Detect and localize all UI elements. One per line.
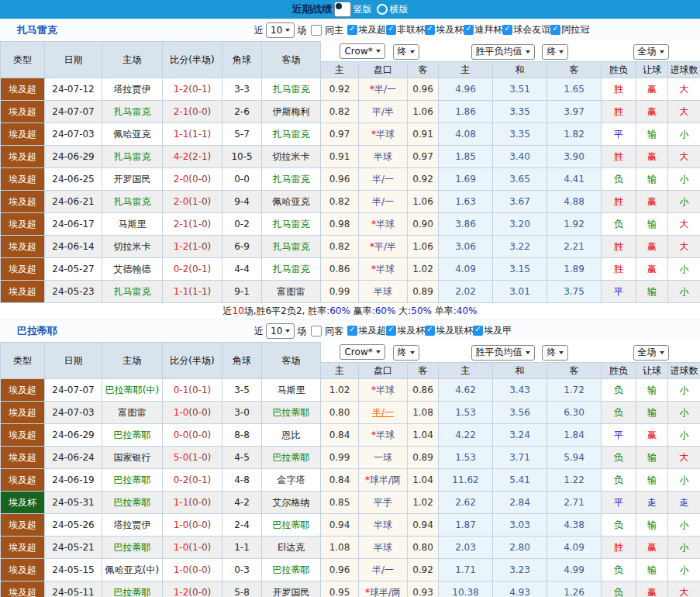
odds-company-select[interactable]: Crow*: [340, 344, 384, 360]
date-cell: 24-05-27: [45, 258, 102, 281]
same-home-checkbox[interactable]: [311, 25, 322, 36]
league-checkbox[interactable]: 埃及杯: [425, 23, 464, 36]
summary-part: 60%: [375, 305, 396, 316]
handicap-result-cell: 赢: [636, 424, 668, 447]
checkbox-checked-icon[interactable]: [425, 25, 435, 35]
odds-home-cell: 0.91: [321, 146, 359, 168]
avg-away-cell: 4.41: [547, 168, 602, 191]
score-cell: 1-0(1-0): [163, 537, 222, 559]
same-away-label[interactable]: 同客: [325, 325, 343, 338]
goals-cell: 小: [668, 379, 700, 402]
scope-select[interactable]: 全场: [633, 44, 669, 60]
checkbox-checked-icon[interactable]: [347, 25, 357, 35]
date-cell: 24-05-23: [45, 281, 102, 303]
result-cell: 胜: [602, 258, 636, 281]
avg-draw-cell: 3.51: [493, 78, 547, 101]
table-row: 埃及超24-05-11巴拉蒂耶1-2(0-0)5-8开罗国民0.95*球半/两0…: [1, 581, 700, 597]
table-row: 埃及超24-06-24国家银行5-0(1-0)4-5巴拉蒂耶0.99一球0.89…: [1, 447, 700, 469]
date-cell: 24-05-15: [45, 559, 102, 581]
date-cell: 24-06-25: [45, 168, 102, 191]
result-cell: 负: [602, 447, 636, 469]
avg-header-cell: 胜平负均值 终: [439, 42, 602, 62]
odds-away-cell: 0.92: [408, 168, 439, 191]
odds-away-cell: 1.02: [408, 258, 439, 281]
league-checkbox[interactable]: 迪拜杯: [464, 23, 502, 36]
avg-header-cell: 胜平负均值 终: [439, 343, 602, 363]
summary-part: 10: [233, 305, 244, 316]
odds-time-select[interactable]: 终: [393, 345, 419, 361]
handicap-result-cell: 赢: [636, 101, 668, 123]
chevron-down-icon: [559, 351, 564, 354]
col-header-home: 主场: [102, 343, 163, 379]
date-cell: 24-06-24: [45, 447, 102, 469]
sub-header: 让球: [636, 363, 668, 379]
avg-draw-cell: 3.56: [493, 402, 547, 424]
league-cell: 埃及超: [1, 559, 45, 581]
scope-select[interactable]: 全场: [633, 345, 669, 361]
league-checkbox[interactable]: 埃及超: [347, 324, 386, 337]
sub-header: 主: [439, 363, 493, 379]
result-cell: 负: [602, 213, 636, 236]
avg-draw-cell: 3.35: [493, 101, 547, 123]
checkbox-checked-icon[interactable]: [464, 25, 474, 35]
match-count-select[interactable]: 10: [266, 22, 295, 38]
team1-filters: 近 10 场 同主 埃及超非联杯埃及杯迪拜杯球会友谊阿拉冠: [254, 22, 589, 38]
league-checkbox-label: 埃及联杯: [436, 324, 473, 337]
same-away-checkbox[interactable]: [311, 326, 322, 336]
league-checkbox[interactable]: 埃及杯: [386, 324, 425, 337]
checkbox-checked-icon[interactable]: [386, 25, 396, 35]
layout-radio-horizontal-icon[interactable]: [377, 4, 388, 15]
sub-header: 主: [321, 62, 359, 78]
checkbox-checked-icon[interactable]: [386, 326, 396, 336]
league-checkbox[interactable]: 埃及联杯: [425, 324, 473, 337]
league-checkbox[interactable]: 埃及超: [347, 23, 386, 36]
league-checkbox[interactable]: 非联杯: [386, 23, 425, 36]
table-row: 埃及超24-05-15佩哈亚克(中)1-0(0-0)0-3巴拉蒂耶0.96半/一…: [1, 559, 700, 581]
goals-cell: 走: [668, 492, 700, 514]
league-checkbox[interactable]: 阿拉冠: [550, 23, 589, 36]
checkbox-checked-icon[interactable]: [473, 326, 483, 336]
league-checkbox[interactable]: 埃及甲: [473, 324, 512, 337]
corner-cell: 4-8: [222, 469, 262, 492]
avg-type-select[interactable]: 胜平负均值: [471, 44, 535, 60]
col-header-away: 客场: [262, 343, 321, 379]
horizontal-option-label[interactable]: 横版: [390, 3, 409, 16]
odds-header-cell: Crow* 终: [321, 42, 439, 62]
layout-radio-vertical-selected-icon[interactable]: [334, 2, 351, 17]
away-team-cell: 艾尔格纳: [262, 492, 321, 514]
checkbox-checked-icon[interactable]: [550, 25, 560, 35]
handicap-result-cell: 输: [636, 168, 668, 191]
checkbox-checked-icon[interactable]: [502, 25, 512, 35]
handicap-result-cell: 赢: [636, 537, 668, 559]
odds-away-cell: 1.08: [408, 402, 439, 424]
away-team-cell: 富图雷: [262, 281, 321, 303]
avg-time-select[interactable]: 终: [542, 345, 568, 361]
corner-cell: 0-0: [222, 168, 262, 191]
vertical-option-label[interactable]: 竖版: [353, 3, 372, 16]
checkbox-checked-icon[interactable]: [425, 326, 435, 336]
date-cell: 24-05-31: [45, 492, 102, 514]
odds-company-select[interactable]: Crow*: [340, 43, 384, 59]
odds-time-select[interactable]: 终: [393, 44, 419, 60]
avg-away-cell: 1.65: [547, 78, 602, 101]
same-home-label[interactable]: 同主: [325, 24, 343, 37]
corner-cell: 4-2: [222, 492, 262, 514]
odds-away-cell: 1.04: [408, 469, 439, 492]
home-team-cell: 巴拉蒂耶: [102, 469, 163, 492]
avg-home-cell: 1.87: [439, 514, 493, 537]
result-cell: 负: [602, 402, 636, 424]
col-header-date: 日期: [45, 343, 102, 379]
match-count-select[interactable]: 10: [266, 323, 295, 339]
avg-draw-cell: 3.15: [493, 258, 547, 281]
avg-type-select[interactable]: 胜平负均值: [471, 345, 535, 361]
checkbox-checked-icon[interactable]: [347, 326, 357, 336]
col-header-corner: 角球: [222, 42, 262, 78]
league-checkbox[interactable]: 球会友谊: [502, 23, 550, 36]
chevron-down-icon: [660, 50, 664, 53]
sub-header: 客: [547, 62, 602, 78]
odds-home-cell: 0.99: [321, 281, 359, 303]
result-cell: 胜: [602, 146, 636, 168]
score-cell: 1-1(0-0): [163, 492, 222, 514]
avg-time-select[interactable]: 终: [542, 44, 568, 60]
handicap-cell: 半/一: [359, 559, 408, 581]
